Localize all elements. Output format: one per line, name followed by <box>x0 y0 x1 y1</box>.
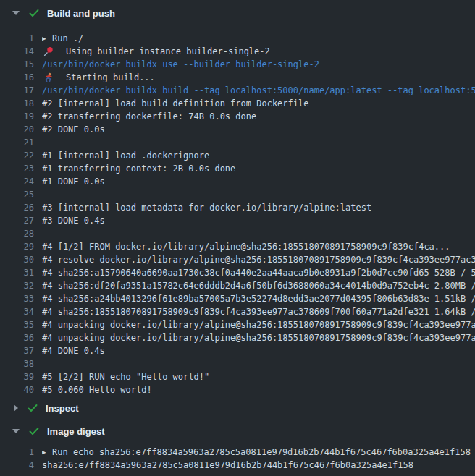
chevron-down-icon[interactable] <box>12 429 20 433</box>
line-text: #2 transferring dockerfile: 74B 0.0s don… <box>42 110 256 123</box>
line-content: #4 sha256:a15790640a6690aa1730c38cf0a440… <box>42 266 475 279</box>
line-number[interactable]: 1 <box>0 446 34 459</box>
line-content: /usr/bin/docker buildx use --builder bui… <box>42 58 475 71</box>
line-number[interactable]: 1 <box>0 32 34 45</box>
line-content: #1 [internal] load .dockerignore <box>42 149 475 162</box>
line-number[interactable]: 17 <box>0 84 34 97</box>
line-content <box>42 136 475 149</box>
log-line: 16Starting build... <box>0 71 475 84</box>
section-header-image-digest[interactable]: Image digest <box>0 420 475 443</box>
line-content: #4 sha256:df20fa9351a15782c64e6dddb2d4a6… <box>42 279 475 292</box>
line-number[interactable]: 26 <box>0 201 34 214</box>
expand-group-icon[interactable]: ▶ <box>42 32 48 45</box>
line-number[interactable]: 39 <box>0 370 34 383</box>
section-title: Image digest <box>47 426 104 437</box>
section-title: Build and push <box>47 8 115 19</box>
line-number[interactable]: 14 <box>0 45 34 58</box>
line-number[interactable]: 16 <box>0 71 34 84</box>
line-number[interactable]: 33 <box>0 292 34 305</box>
line-content: Starting build... <box>42 71 475 84</box>
line-number[interactable]: 18 <box>0 97 34 110</box>
line-number[interactable]: 35 <box>0 318 34 331</box>
log-line: 31#4 sha256:a15790640a6690aa1730c38cf0a4… <box>0 266 475 279</box>
line-text: #3 DONE 0.4s <box>42 214 105 227</box>
line-number[interactable]: 27 <box>0 214 34 227</box>
line-text: #4 [1/2] FROM docker.io/library/alpine@s… <box>42 240 450 253</box>
line-content: #5 0.060 Hello world! <box>42 383 475 396</box>
log-line: 4sha256:e7ff8834a5963a2785c5a0811e979d16… <box>0 459 475 472</box>
line-number[interactable]: 25 <box>0 188 34 201</box>
line-text: sha256:e7ff8834a5963a2785c5a0811e979d16b… <box>42 459 413 472</box>
line-text: Using builder instance builder-single-2 <box>66 45 270 58</box>
line-number[interactable]: 34 <box>0 305 34 318</box>
log-line: 32#4 sha256:df20fa9351a15782c64e6dddb2d4… <box>0 279 475 292</box>
line-content: #2 DONE 0.0s <box>42 123 475 136</box>
line-text: #2 [internal] load build definition from… <box>42 97 308 110</box>
line-number[interactable]: 32 <box>0 279 34 292</box>
line-content: #4 sha256:185518070891758909c9f839cf4ca3… <box>42 305 475 318</box>
line-content: #1 DONE 0.0s <box>42 175 475 188</box>
line-number[interactable]: 24 <box>0 175 34 188</box>
log-line: 35#4 unpacking docker.io/library/alpine@… <box>0 318 475 331</box>
check-success-icon <box>27 402 38 414</box>
log-section-inspect: Inspect <box>0 396 475 420</box>
line-content <box>42 227 475 240</box>
line-number[interactable]: 38 <box>0 357 34 370</box>
line-text: #1 DONE 0.0s <box>42 175 105 188</box>
line-number[interactable]: 20 <box>0 123 34 136</box>
line-text: Run echo sha256:e7ff8834a5963a2785c5a081… <box>52 446 471 459</box>
line-content: #4 sha256:a24bb4013296f61e89ba57005a7b3e… <box>42 292 475 305</box>
log-line: 37#4 DONE 0.4s <box>0 344 475 357</box>
check-success-icon <box>28 425 40 437</box>
line-number[interactable]: 30 <box>0 253 34 266</box>
line-number[interactable]: 37 <box>0 344 34 357</box>
log-line: 40#5 0.060 Hello world! <box>0 383 475 396</box>
line-number[interactable]: 4 <box>0 459 34 472</box>
log-line: 39#5 [2/2] RUN echo "Hello world!" <box>0 370 475 383</box>
chevron-down-icon[interactable] <box>12 11 20 15</box>
line-text: #4 resolve docker.io/library/alpine@sha2… <box>42 253 475 266</box>
line-number[interactable]: 22 <box>0 149 34 162</box>
log-line: 38 <box>0 357 475 370</box>
log-line: 23#1 transferring context: 2B 0.0s done <box>0 162 475 175</box>
line-number[interactable]: 19 <box>0 110 34 123</box>
line-text: #4 unpacking docker.io/library/alpine@sh… <box>42 331 475 344</box>
line-text: #1 transferring context: 2B 0.0s done <box>42 162 235 175</box>
chevron-right-icon[interactable] <box>14 404 18 412</box>
line-number[interactable]: 40 <box>0 383 34 396</box>
line-content: #1 transferring context: 2B 0.0s done <box>42 162 475 175</box>
section-log-lines: 1▶Run ./14Using builder instance builder… <box>0 25 475 396</box>
pushpin-icon <box>42 46 66 56</box>
line-number[interactable]: 15 <box>0 58 34 71</box>
line-text: #4 sha256:df20fa9351a15782c64e6dddb2d4a6… <box>42 279 475 292</box>
line-text: /usr/bin/docker buildx build --tag local… <box>42 84 475 97</box>
line-number[interactable]: 36 <box>0 331 34 344</box>
line-content: /usr/bin/docker buildx build --tag local… <box>42 84 475 97</box>
line-content: #2 [internal] load build definition from… <box>42 97 475 110</box>
line-number[interactable]: 21 <box>0 136 34 149</box>
log-line: 25 <box>0 188 475 201</box>
section-header-inspect[interactable]: Inspect <box>0 396 475 420</box>
line-number[interactable]: 31 <box>0 266 34 279</box>
log-line: 1▶Run echo sha256:e7ff8834a5963a2785c5a0… <box>0 446 475 459</box>
line-text: Starting build... <box>66 71 155 84</box>
actions-job-log: Build and push1▶Run ./14Using builder in… <box>0 0 475 472</box>
line-text: #4 sha256:185518070891758909c9f839cf4ca3… <box>42 305 475 318</box>
line-content: #4 DONE 0.4s <box>42 344 475 357</box>
log-line: 17/usr/bin/docker buildx build --tag loc… <box>0 84 475 97</box>
line-number[interactable]: 28 <box>0 227 34 240</box>
expand-group-icon[interactable]: ▶ <box>42 446 48 459</box>
line-content: #3 DONE 0.4s <box>42 214 475 227</box>
line-number[interactable]: 29 <box>0 240 34 253</box>
log-line: 1▶Run ./ <box>0 32 475 45</box>
line-text: #2 DONE 0.0s <box>42 123 105 136</box>
log-line: 14Using builder instance builder-single-… <box>0 45 475 58</box>
section-log-lines: 1▶Run echo sha256:e7ff8834a5963a2785c5a0… <box>0 443 475 472</box>
log-line: 28 <box>0 227 475 240</box>
log-line: 34#4 sha256:185518070891758909c9f839cf4c… <box>0 305 475 318</box>
line-content: #4 resolve docker.io/library/alpine@sha2… <box>42 253 475 266</box>
section-header-build-and-push[interactable]: Build and push <box>0 1 475 25</box>
line-content: #4 unpacking docker.io/library/alpine@sh… <box>42 318 475 331</box>
line-content: #4 unpacking docker.io/library/alpine@sh… <box>42 331 475 344</box>
line-number[interactable]: 23 <box>0 162 34 175</box>
